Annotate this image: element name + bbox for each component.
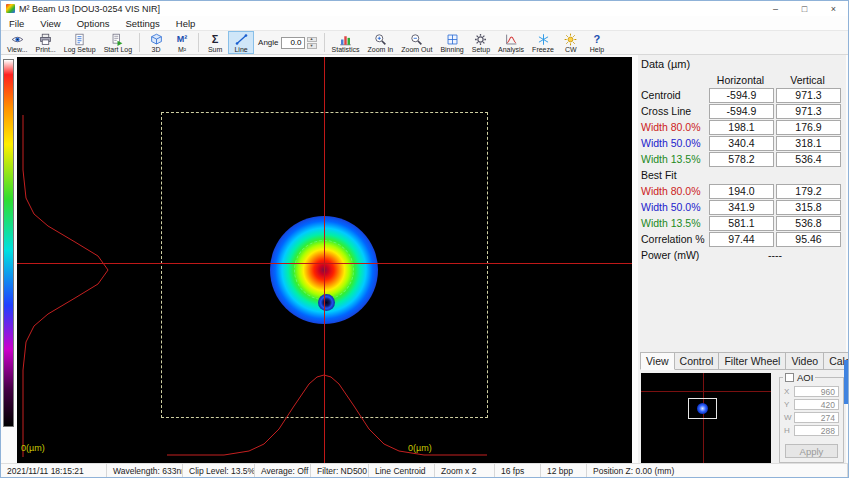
angle-spin-up-icon[interactable]: ▲ <box>307 37 317 43</box>
horizontal-profile-curve <box>167 375 487 455</box>
maximize-button[interactable]: □ <box>790 1 819 16</box>
tab-control[interactable]: Control <box>675 352 720 370</box>
toolbar-button-statistics[interactable]: Statistics <box>328 31 364 54</box>
preview-crosshair-horizontal <box>641 391 771 392</box>
toolbar-button-3d[interactable]: 3D <box>143 31 169 54</box>
cw-sun-icon <box>564 33 578 46</box>
data-value-vertical: 971.3 <box>776 88 841 103</box>
toolbar-button-analysis[interactable]: Analysis <box>494 31 528 54</box>
toolbar-button-zoom-out[interactable]: Zoom Out <box>397 31 436 54</box>
preview-beam-dot <box>697 403 708 414</box>
aoi-field-input[interactable]: 960 <box>794 386 839 397</box>
status-item-wavelength: Wavelength: 633nm <box>107 464 183 477</box>
data-value-horizontal: -594.9 <box>709 104 774 119</box>
data-row: Power (mW)---- <box>639 247 846 263</box>
data-value-vertical: 315.8 <box>776 200 841 215</box>
data-row-label: Cross Line <box>639 105 707 117</box>
sigma-icon: Σ <box>208 33 222 46</box>
data-value-horizontal: 341.9 <box>709 200 774 215</box>
toolbar-button-label: Binning <box>440 46 463 53</box>
angle-control: Angle▲▼ <box>254 31 320 54</box>
aoi-fields: X960Y420W274H288 <box>780 386 843 436</box>
aoi-field-y: Y420 <box>784 399 839 410</box>
tab-video[interactable]: Video <box>786 352 824 370</box>
data-value-horizontal: 340.4 <box>709 136 774 151</box>
data-table-header: HorizontalVertical <box>639 73 846 87</box>
toolbar-button-label: View... <box>7 46 28 53</box>
aoi-apply-button[interactable]: Apply <box>785 444 838 458</box>
angle-label: Angle <box>258 38 278 47</box>
toolbar-button-help[interactable]: ?Help <box>584 31 610 54</box>
toolbar-button-m[interactable]: M²M² <box>169 31 195 54</box>
tab-view[interactable]: View <box>640 352 675 370</box>
data-value-vertical: 95.46 <box>776 232 841 247</box>
line-icon <box>234 33 248 46</box>
minimize-button[interactable]: – <box>761 1 790 16</box>
aoi-field-label: Y <box>784 400 791 409</box>
toolbar-button-binning[interactable]: Binning <box>436 31 467 54</box>
data-row: Correlation %97.4495.46 <box>639 231 846 247</box>
aoi-legend: AOI <box>783 372 815 383</box>
status-item-average: Average: Off <box>255 464 311 477</box>
toolbar-button-view[interactable]: View... <box>3 31 32 54</box>
aoi-field-input[interactable]: 288 <box>794 425 839 436</box>
data-value-horizontal: 97.44 <box>709 232 774 247</box>
data-row: Width 80.0%198.1176.9 <box>639 119 846 135</box>
zoom-out-icon <box>410 33 424 46</box>
crosshair-vertical[interactable] <box>324 57 325 463</box>
toolbar-separator <box>198 33 199 52</box>
start-log-icon <box>111 33 125 46</box>
column-header-horizontal: Horizontal <box>707 74 774 86</box>
toolbar-button-cw[interactable]: CW <box>558 31 584 54</box>
aoi-field-input[interactable]: 274 <box>794 412 839 423</box>
status-item-zoom: Zoom x 2 <box>435 464 495 477</box>
toolbar-button-sum[interactable]: ΣSum <box>202 31 228 54</box>
crosshair-horizontal[interactable] <box>17 263 632 264</box>
intensity-colorbar <box>3 59 14 427</box>
data-value-horizontal: 194.0 <box>709 184 774 199</box>
status-item-position-z: Position Z: 0.00 (mm) <box>587 464 848 477</box>
menu-item-options[interactable]: Options <box>69 16 118 30</box>
panel-tabs: ViewControlFilter WheelVideoCalculation <box>640 352 849 370</box>
close-button[interactable]: × <box>819 1 848 16</box>
beam-display[interactable]: 0(µm) 0(µm) <box>17 57 632 463</box>
data-value-horizontal: 198.1 <box>709 120 774 135</box>
toolbar-button-start-log[interactable]: Start Log <box>100 31 136 54</box>
toolbar-button-label: Sum <box>208 46 222 53</box>
menu-item-settings[interactable]: Settings <box>117 16 167 30</box>
toolbar-button-label: Setup <box>472 46 490 53</box>
x-axis-label-left: 0(µm) <box>21 443 45 453</box>
cube-3d-icon <box>149 33 163 46</box>
toolbar-button-label: Freeze <box>532 46 554 53</box>
toolbar-button-label: Zoom In <box>368 46 394 53</box>
toolbar-button-zoom-in[interactable]: Zoom In <box>364 31 398 54</box>
aoi-field-h: H288 <box>784 425 839 436</box>
tab-filter-wheel[interactable]: Filter Wheel <box>719 352 786 370</box>
app-window: M² Beam U3 [DOU3-0254 VIS NIR] – □ × Fil… <box>0 0 849 478</box>
data-row-label: Width 50.0% <box>639 201 707 213</box>
toolbar-button-setup[interactable]: Setup <box>468 31 494 54</box>
status-item-datetime: 2021/11/11 18:15:21 <box>1 464 107 477</box>
angle-spin-down-icon[interactable]: ▼ <box>307 43 317 49</box>
angle-input[interactable] <box>281 37 305 49</box>
data-row-label: Width 80.0% <box>639 121 707 133</box>
menu-item-help[interactable]: Help <box>168 16 204 30</box>
data-row: Width 50.0%341.9315.8 <box>639 199 846 215</box>
window-controls: – □ × <box>761 1 848 16</box>
data-row-label: Width 13.5% <box>639 217 707 229</box>
toolbar-button-line[interactable]: Line <box>228 31 254 54</box>
aoi-checkbox[interactable] <box>785 373 794 382</box>
camera-preview[interactable] <box>641 373 771 463</box>
toolbar-button-label: Print... <box>36 46 56 53</box>
menu-item-file[interactable]: File <box>1 16 32 30</box>
toolbar-button-freeze[interactable]: Freeze <box>528 31 558 54</box>
data-value-vertical: 971.3 <box>776 104 841 119</box>
menu-item-view[interactable]: View <box>32 16 68 30</box>
aoi-field-input[interactable]: 420 <box>794 399 839 410</box>
data-row: Width 80.0%194.0179.2 <box>639 183 846 199</box>
data-row: Width 50.0%340.4318.1 <box>639 135 846 151</box>
scrollbar-thumb[interactable] <box>844 360 848 404</box>
data-value-single: ---- <box>709 249 841 261</box>
toolbar-button-log-setup[interactable]: Log Setup <box>60 31 100 54</box>
toolbar-button-print[interactable]: Print... <box>32 31 60 54</box>
